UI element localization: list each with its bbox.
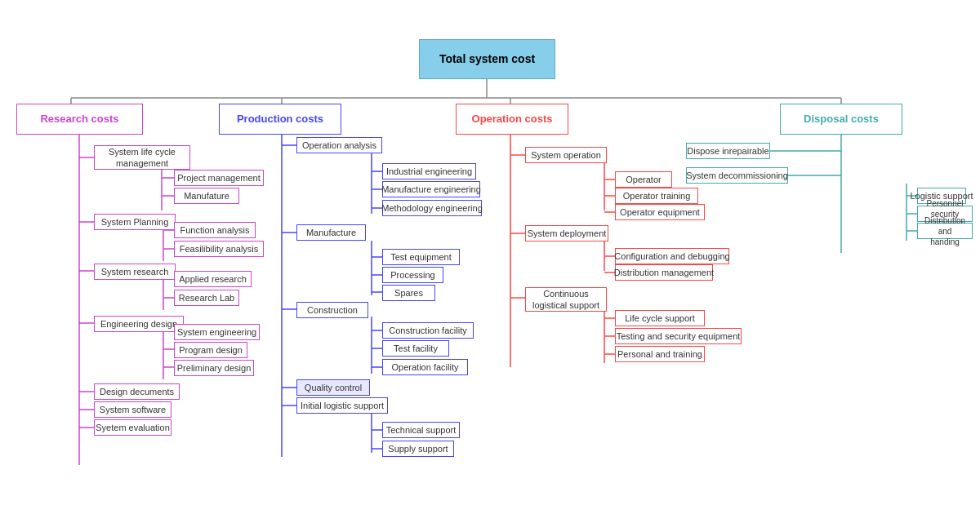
system-planning-label: System Planning bbox=[101, 216, 169, 228]
category-disposal: Disposal costs bbox=[780, 104, 902, 135]
dist-mgmt-label: Distribution management bbox=[614, 267, 714, 278]
node-industrial-eng: Industrial engineering bbox=[382, 163, 476, 179]
sys-operation-label: System operation bbox=[531, 149, 601, 161]
processing-label: Processing bbox=[390, 269, 434, 281]
system-research-label: System research bbox=[101, 266, 169, 277]
construction-facility-label: Construction facility bbox=[389, 325, 466, 336]
node-construction-facility: Construction facility bbox=[382, 322, 474, 339]
applied-research-label: Applied research bbox=[179, 273, 247, 285]
spares-label: Spares bbox=[394, 287, 423, 299]
node-supply-support: Supply support bbox=[382, 441, 454, 457]
node-feasibility: Feasilibility analysis bbox=[174, 241, 264, 257]
node-test-equipment: Test equipment bbox=[382, 249, 460, 265]
technical-support-label: Technical support bbox=[386, 424, 457, 436]
node-manufacture: Manufacture bbox=[296, 224, 366, 241]
category-production: Production costs bbox=[219, 104, 341, 135]
node-op-analysis: Operation analysis bbox=[296, 137, 382, 153]
production-label: Production costs bbox=[237, 113, 323, 126]
manufacture-label: Manufacture bbox=[306, 227, 356, 238]
node-distribution-handing: Distribution and handing bbox=[917, 223, 973, 239]
node-operator-equipment: Operator equipment bbox=[615, 204, 705, 220]
manufacture-eng-label: Manufacture engineering bbox=[381, 184, 481, 195]
node-research-lab: Research Lab bbox=[174, 290, 239, 306]
node-dispose-irrepairable: Dispose inrepairable bbox=[686, 143, 770, 159]
research-label: Research costs bbox=[40, 113, 118, 126]
node-prelim-design: Preliminary design bbox=[174, 360, 254, 376]
operator-equipment-label: Operator equipment bbox=[620, 206, 700, 218]
construction-label: Construction bbox=[307, 304, 358, 316]
node-lifecycle-support: Life cycle support bbox=[615, 310, 705, 326]
design-docs-label: Design decuments bbox=[100, 386, 174, 397]
feasibility-label: Feasilibility analysis bbox=[180, 243, 259, 255]
program-design-label: Program design bbox=[179, 344, 243, 356]
op-analysis-label: Operation analysis bbox=[302, 140, 376, 151]
node-manufacture-eng: Manufacture engineering bbox=[382, 181, 480, 197]
supply-support-label: Supply support bbox=[388, 443, 448, 454]
node-init-logistic: Initial logistic support bbox=[296, 397, 388, 414]
node-operation-facility: Operation facility bbox=[382, 359, 468, 375]
personal-training-label: Personal and training bbox=[617, 348, 702, 360]
node-function-analysis: Function analysis bbox=[174, 222, 256, 238]
node-processing: Processing bbox=[382, 267, 443, 283]
system-software-label: System software bbox=[100, 404, 166, 415]
operation-label: Operation costs bbox=[472, 113, 553, 126]
continuous-logistic-label: Continuous logistical support bbox=[531, 288, 601, 312]
slcm-label: System life cycle management bbox=[100, 146, 185, 170]
node-config-debug: Configuration and debugging bbox=[615, 248, 729, 264]
node-sys-eng: System engineering bbox=[174, 324, 260, 340]
test-facility-label: Test facility bbox=[394, 343, 438, 354]
node-spares: Spares bbox=[382, 285, 435, 301]
manufature-label: Manufature bbox=[184, 190, 229, 202]
node-construction: Construction bbox=[296, 302, 368, 318]
node-system-software: System software bbox=[94, 401, 172, 418]
operation-facility-label: Operation facility bbox=[392, 361, 459, 373]
dispose-label: Dispose inrepairable bbox=[687, 145, 768, 157]
sys-eng-label: System engineering bbox=[177, 326, 256, 338]
root-label: Total system cost bbox=[439, 51, 535, 66]
research-lab-label: Research Lab bbox=[179, 292, 235, 304]
category-research: Research costs bbox=[16, 104, 143, 135]
lifecycle-support-label: Life cycle support bbox=[625, 312, 695, 324]
node-sys-operation: System operation bbox=[525, 147, 607, 163]
node-operator-training: Operator training bbox=[615, 188, 698, 204]
operator-label: Operator bbox=[626, 174, 661, 185]
industrial-eng-label: Industrial engineering bbox=[386, 166, 472, 177]
sys-decommission-label: System decommissioning bbox=[686, 170, 788, 181]
node-project-mgmt: Project management bbox=[174, 170, 264, 186]
node-personal-training: Personal and training bbox=[615, 346, 705, 362]
node-slcm: System life cycle management bbox=[94, 145, 190, 170]
eng-design-label: Engineering design bbox=[100, 318, 177, 330]
prelim-design-label: Preliminary design bbox=[177, 362, 251, 374]
config-debug-label: Configuration and debugging bbox=[614, 250, 729, 262]
node-system-planning: System Planning bbox=[94, 214, 176, 230]
init-logistic-label: Initial logistic support bbox=[301, 400, 384, 411]
category-operation: Operation costs bbox=[456, 104, 568, 135]
disposal-label: Disposal costs bbox=[804, 113, 879, 126]
test-equipment-label: Test equipment bbox=[390, 251, 452, 263]
node-manufature: Manufature bbox=[174, 188, 239, 204]
node-eng-design: Engineering design bbox=[94, 316, 184, 332]
project-mgmt-label: Project management bbox=[177, 172, 261, 184]
node-quality-control: Quality control bbox=[296, 379, 370, 396]
node-operator: Operator bbox=[615, 171, 672, 188]
node-program-design: Program design bbox=[174, 342, 247, 358]
system-eval-label: Syetem evaluation bbox=[96, 422, 170, 433]
node-applied-research: Applied research bbox=[174, 271, 252, 287]
distribution-handing-label: Distribution and handing bbox=[923, 215, 967, 247]
node-sys-deployment: System deployment bbox=[525, 225, 608, 241]
node-continuous-logistic: Continuous logistical support bbox=[525, 287, 607, 312]
operator-training-label: Operator training bbox=[623, 190, 691, 202]
node-system-eval: Syetem evaluation bbox=[94, 419, 172, 436]
node-dist-mgmt: Distribution management bbox=[615, 264, 713, 281]
sys-deployment-label: System deployment bbox=[528, 228, 607, 239]
node-testing-security: Testing and security equipment bbox=[615, 328, 742, 344]
node-sys-decommission: System decommissioning bbox=[686, 167, 788, 184]
node-methodology-eng: Methodology engineering bbox=[382, 200, 482, 216]
node-design-docs: Design decuments bbox=[94, 383, 180, 400]
testing-security-label: Testing and security equipment bbox=[617, 330, 741, 342]
node-technical-support: Technical support bbox=[382, 422, 460, 438]
tree-container: Total system cost Research costs System … bbox=[0, 0, 980, 514]
node-system-research: System research bbox=[94, 264, 176, 280]
methodology-eng-label: Methodology engineering bbox=[381, 202, 483, 214]
node-test-facility: Test facility bbox=[382, 340, 449, 357]
